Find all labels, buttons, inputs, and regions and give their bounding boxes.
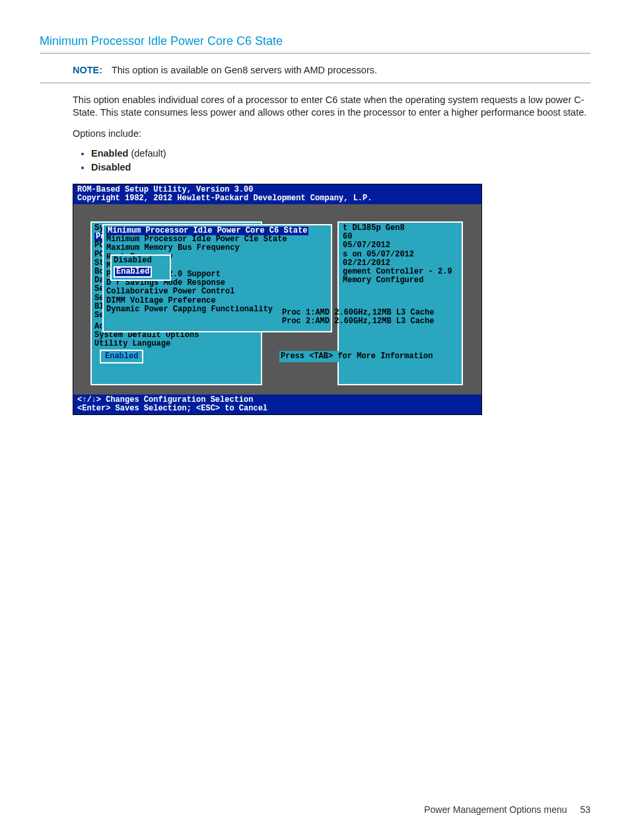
page-footer-title: Power Management Options menu bbox=[424, 804, 567, 815]
bios-footer-line2: <Enter> Saves Selection; <ESC> to Cancel bbox=[77, 404, 477, 413]
bios-menu-item[interactable]: Maximum Memory Bus Frequency bbox=[106, 244, 328, 252]
option-disabled: Disabled bbox=[91, 161, 590, 174]
option-disabled-label: Disabled bbox=[91, 162, 131, 172]
bios-info-line: 05/07/2012 bbox=[343, 241, 458, 250]
bios-status-box: Enabled bbox=[100, 350, 143, 363]
option-enabled-suffix: (default) bbox=[128, 148, 166, 159]
bios-menu-item[interactable]: DIMM Voltage Preference bbox=[106, 297, 328, 305]
bios-system-default-options: System Default Options bbox=[94, 331, 258, 340]
bios-popup-option-enabled-selected[interactable]: Enabled bbox=[114, 266, 152, 278]
bios-popup-option-disabled[interactable]: Disabled bbox=[114, 256, 168, 265]
bios-header: ROM-Based Setup Utility, Version 3.00 Co… bbox=[73, 184, 481, 204]
option-enabled: Enabled (default) bbox=[91, 147, 590, 161]
options-intro: Options include: bbox=[40, 124, 590, 145]
bios-popup-panel: Disabled Enabled bbox=[110, 254, 171, 281]
bios-utility-language: Utility Language bbox=[94, 340, 258, 348]
bios-proc2: Proc 2:AMD 2.60GHz,12MB L3 Cache bbox=[282, 317, 434, 326]
bios-info-line: gement Controller - 2.9 bbox=[343, 268, 458, 276]
note-text: This option is available on Gen8 servers… bbox=[112, 65, 377, 75]
page-footer-number: 53 bbox=[580, 804, 590, 815]
bios-tab-hint: Press <TAB> for More Information bbox=[279, 351, 434, 362]
bios-info-line: t DL385p Gen8 bbox=[343, 224, 458, 233]
options-list: Enabled (default) Disabled bbox=[73, 147, 590, 174]
bios-info-line: Memory Configured bbox=[343, 276, 458, 285]
note-label: NOTE: bbox=[73, 65, 102, 75]
bios-screenshot: ROM-Based Setup Utility, Version 3.00 Co… bbox=[73, 184, 482, 416]
bios-body: Sy Po PC PC St Bo Da Se Se BI Se AdvaAdv… bbox=[73, 204, 481, 395]
bios-footer: <↑/↓> Changes Configuration Selection <E… bbox=[73, 395, 481, 414]
bios-header-line1: ROM-Based Setup Utility, Version 3.00 bbox=[77, 186, 477, 194]
bios-info-line: s on 05/07/2012 bbox=[343, 250, 458, 259]
description-paragraph: This option enables individual cores of … bbox=[40, 90, 590, 124]
option-enabled-label: Enabled bbox=[91, 148, 128, 159]
bios-info-line: 60 bbox=[343, 233, 458, 241]
bios-menu-item[interactable]: Collaborative Power Control bbox=[106, 287, 328, 296]
page-footer: Power Management Options menu 53 bbox=[424, 804, 590, 816]
bios-header-line2: Copyright 1982, 2012 Hewlett-Packard Dev… bbox=[77, 194, 477, 203]
note-row: NOTE: This option is available on Gen8 s… bbox=[40, 60, 590, 83]
bios-info-line: 02/21/2012 bbox=[343, 259, 458, 268]
section-heading: Minimum Processor Idle Power Core C6 Sta… bbox=[40, 33, 590, 54]
